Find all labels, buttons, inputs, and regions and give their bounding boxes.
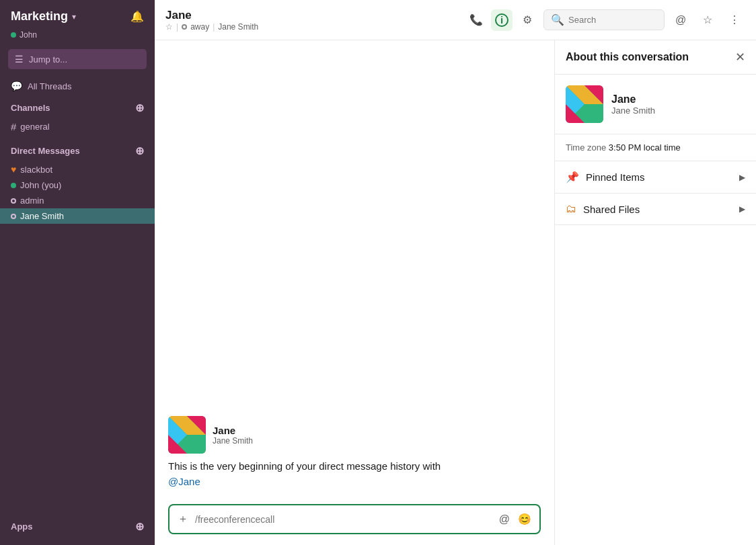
jump-to-label: Jump to... [29, 54, 67, 65]
channels-header[interactable]: Channels ⊕ [0, 97, 155, 118]
jump-to-icon: ☰ [15, 54, 24, 65]
john-status-dot [11, 183, 16, 188]
sidebar-item-admin[interactable]: admin [0, 193, 155, 208]
at-button[interactable]: @ [670, 9, 691, 31]
at-icon: @ [675, 14, 686, 26]
channel-name: general [20, 122, 49, 132]
main-header: Jane ☆ | away | Jane Smith 📞 i ⚙ 🔍 [155, 0, 756, 40]
slackbot-heart-icon: ♥ [11, 164, 16, 175]
message-intro-text: This is the very beginning of your direc… [168, 459, 541, 489]
messages-area: Jane Jane Smith This is the very beginni… [155, 40, 554, 545]
pinned-icon: 📌 [566, 171, 579, 183]
star-icon: ☆ [703, 13, 712, 26]
rp-close-button[interactable]: ✕ [735, 50, 745, 65]
mention-link[interactable]: @Jane [168, 476, 200, 487]
sidebar-user: John [0, 30, 155, 46]
jane-status-dot [11, 214, 16, 219]
message-username-sub: Jane Smith [213, 436, 253, 446]
workspace-chevron-icon: ▾ [72, 12, 76, 22]
header-fullname: Jane Smith [218, 22, 258, 32]
bell-icon[interactable]: 🔔 [130, 10, 144, 23]
rp-profile-name: Jane [611, 93, 655, 106]
jump-to-button[interactable]: ☰ Jump to... [8, 49, 147, 69]
sidebar-item-jane[interactable]: Jane Smith [0, 208, 155, 224]
channels-label: Channels [11, 103, 50, 113]
gear-button[interactable]: ⚙ [517, 9, 538, 31]
header-star[interactable]: ☆ [165, 22, 173, 32]
dm-jane: Jane Smith [20, 211, 64, 221]
emoji-button[interactable]: 😊 [517, 511, 533, 527]
at-input-icon: @ [499, 513, 510, 526]
workspace-name: Marketing [11, 9, 68, 24]
files-label: Shared Files [583, 204, 640, 215]
emoji-icon: 😊 [518, 513, 531, 526]
apps-label: Apps [11, 521, 33, 532]
sidebar-item-john[interactable]: John (you) [0, 177, 155, 193]
rp-profile-info: Jane Jane Smith [611, 93, 655, 116]
star-button[interactable]: ☆ [697, 9, 718, 31]
timezone-label: Time zone [566, 142, 606, 153]
header-subtitle: ☆ | away | Jane Smith [165, 22, 460, 32]
apps-header[interactable]: Apps ⊕ [0, 516, 155, 537]
svg-marker-5 [187, 435, 206, 454]
search-icon: 🔍 [551, 13, 564, 26]
files-section-left: 🗂 Shared Files [566, 203, 640, 215]
dm-header[interactable]: Direct Messages ⊕ [0, 140, 155, 161]
search-input[interactable] [568, 15, 657, 25]
conversation-name: Jane [165, 9, 460, 22]
pinned-label: Pinned Items [586, 171, 645, 183]
shared-files-section[interactable]: 🗂 Shared Files ▶ [555, 194, 756, 225]
info-icon: i [495, 13, 508, 27]
rp-header: About this conversation ✕ [555, 40, 756, 75]
divider2: | [213, 22, 215, 32]
main-area: Jane ☆ | away | Jane Smith 📞 i ⚙ 🔍 [155, 0, 756, 545]
rp-profile: Jane Jane Smith [555, 75, 756, 134]
channels-section: Channels ⊕ # general [0, 95, 155, 138]
pinned-chevron-icon: ▶ [739, 173, 745, 182]
add-channel-icon[interactable]: ⊕ [135, 101, 144, 114]
add-dm-icon[interactable]: ⊕ [135, 144, 144, 157]
message-input[interactable] [195, 514, 492, 525]
divider: | [176, 22, 178, 32]
apps-section: Apps ⊕ [0, 511, 155, 545]
more-icon: ⋮ [729, 13, 740, 26]
sidebar-username: John [20, 30, 37, 40]
rp-title: About this conversation [566, 51, 689, 63]
admin-status-dot [11, 198, 16, 204]
header-away-dot [182, 24, 187, 30]
files-chevron-icon: ▶ [739, 204, 745, 214]
dm-slackbot: slackbot [20, 165, 52, 175]
message-input-box[interactable]: ＋ @ 😊 [168, 504, 541, 534]
header-title-area: Jane ☆ | away | Jane Smith [165, 9, 460, 32]
sidebar: Marketing ▾ 🔔 John ☰ Jump to... 💬 All Th… [0, 0, 155, 545]
search-box[interactable]: 🔍 [543, 9, 665, 30]
message-user-header: Jane Jane Smith [168, 416, 541, 454]
workspace-name-area[interactable]: Marketing ▾ [11, 9, 76, 24]
user-status-dot [11, 32, 16, 38]
pinned-items-section[interactable]: 📌 Pinned Items ▶ [555, 161, 756, 194]
sidebar-item-slackbot[interactable]: ♥ slackbot [0, 161, 155, 177]
dm-john: John (you) [20, 180, 61, 190]
add-attachment-button[interactable]: ＋ [176, 511, 190, 528]
all-threads-item[interactable]: 💬 All Threads [0, 77, 155, 95]
dm-label: Direct Messages [11, 146, 80, 156]
phone-button[interactable]: 📞 [465, 9, 487, 31]
header-actions: 📞 i ⚙ [465, 9, 538, 31]
message-user-info: Jane Jane Smith [213, 425, 253, 446]
files-icon: 🗂 [566, 203, 576, 215]
more-button[interactable]: ⋮ [724, 9, 745, 31]
conversation-name-text: Jane [165, 9, 192, 22]
timezone-value: 3:50 PM local time [609, 142, 681, 153]
sidebar-item-general[interactable]: # general [0, 118, 155, 135]
message-avatar [168, 416, 206, 454]
gear-icon: ⚙ [523, 13, 532, 26]
messages-scroll: Jane Jane Smith This is the very beginni… [168, 40, 541, 497]
info-button[interactable]: i [491, 9, 513, 31]
message-username: Jane [213, 425, 253, 436]
svg-marker-11 [584, 104, 603, 123]
sidebar-header: Marketing ▾ 🔔 [0, 0, 155, 30]
message-input-area: ＋ @ 😊 [168, 497, 541, 545]
add-app-icon[interactable]: ⊕ [135, 520, 144, 533]
at-mention-button[interactable]: @ [498, 512, 511, 527]
dm-admin: admin [20, 196, 44, 206]
